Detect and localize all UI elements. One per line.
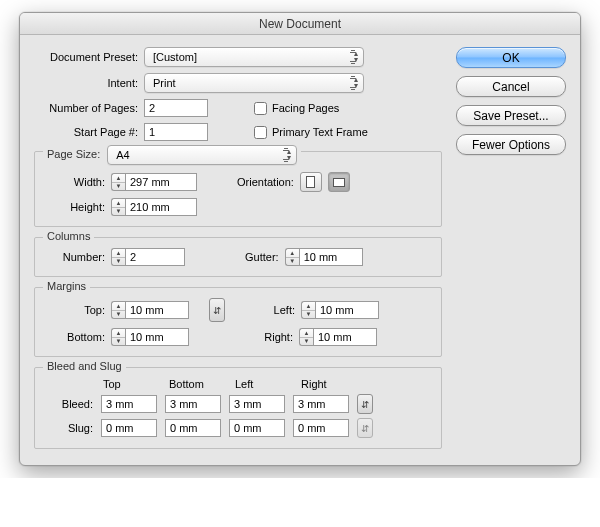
columns-group: Columns Number: ▲▼ Gutter: ▲▼ [34, 237, 442, 277]
col-left: Left [233, 378, 291, 390]
orientation-portrait-button[interactable] [300, 172, 322, 192]
chevron-down-icon[interactable]: ▼ [302, 311, 315, 319]
column-number-stepper[interactable]: ▲▼ [111, 248, 185, 266]
height-stepper[interactable]: ▲▼ [111, 198, 197, 216]
chevron-down-icon[interactable]: ▼ [112, 183, 125, 191]
label-height: Height: [45, 201, 105, 213]
group-title-margins: Margins [43, 280, 90, 292]
margin-top-stepper[interactable]: ▲▼ [111, 301, 189, 319]
chevron-up-icon[interactable]: ▲ [302, 302, 315, 311]
chevron-down-icon[interactable]: ▼ [112, 338, 125, 346]
facing-pages-checkbox[interactable]: Facing Pages [254, 102, 339, 115]
bleed-right-input[interactable] [293, 395, 349, 413]
label-bleed: Bleed: [45, 398, 93, 410]
chevron-down-icon[interactable]: ▼ [112, 208, 125, 216]
margin-bottom-stepper[interactable]: ▲▼ [111, 328, 189, 346]
orientation-landscape-button[interactable] [328, 172, 350, 192]
margin-left-input[interactable] [315, 301, 379, 319]
label-primary-text-frame: Primary Text Frame [272, 126, 368, 138]
start-page-input[interactable] [144, 123, 208, 141]
new-document-dialog: New Document Document Preset: [Custom] ▴… [19, 12, 581, 466]
portrait-icon [306, 176, 315, 188]
intent-select[interactable]: Print [144, 73, 364, 93]
margin-right-input[interactable] [313, 328, 377, 346]
chevron-up-icon[interactable]: ▲ [300, 329, 313, 338]
link-bleed-button[interactable]: ⇵ [357, 394, 373, 414]
label-width: Width: [45, 176, 105, 188]
slug-top-input[interactable] [101, 419, 157, 437]
chevron-down-icon[interactable]: ▼ [112, 311, 125, 319]
bleed-bottom-input[interactable] [165, 395, 221, 413]
label-intent: Intent: [34, 77, 138, 89]
margins-group: Margins Top: ▲▼ ⇵ Left: ▲▼ [34, 287, 442, 357]
label-orientation: Orientation: [237, 176, 294, 188]
col-right: Right [299, 378, 357, 390]
width-stepper[interactable]: ▲▼ [111, 173, 197, 191]
label-column-number: Number: [45, 251, 105, 263]
chevron-up-icon[interactable]: ▲ [112, 329, 125, 338]
primary-text-frame-checkbox[interactable]: Primary Text Frame [254, 126, 368, 139]
group-title-columns: Columns [43, 230, 94, 242]
group-title-page-size: Page Size: A4 ▴▾ [43, 144, 301, 164]
landscape-icon [333, 178, 345, 187]
chevron-down-icon[interactable]: ▼ [112, 258, 125, 266]
label-margin-left: Left: [257, 304, 295, 316]
gutter-input[interactable] [299, 248, 363, 266]
bleed-top-input[interactable] [101, 395, 157, 413]
label-slug: Slug: [45, 422, 93, 434]
chevron-down-icon[interactable]: ▼ [300, 338, 313, 346]
col-bottom: Bottom [167, 378, 225, 390]
chevron-down-icon[interactable]: ▼ [286, 258, 299, 266]
width-input[interactable] [125, 173, 197, 191]
ok-button[interactable]: OK [456, 47, 566, 68]
label-number-of-pages: Number of Pages: [34, 102, 138, 114]
slug-right-input[interactable] [293, 419, 349, 437]
label-facing-pages: Facing Pages [272, 102, 339, 114]
chevron-up-icon[interactable]: ▲ [112, 174, 125, 183]
chevron-up-icon[interactable]: ▲ [112, 249, 125, 258]
gutter-stepper[interactable]: ▲▼ [285, 248, 363, 266]
margin-left-stepper[interactable]: ▲▼ [301, 301, 379, 319]
margin-top-input[interactable] [125, 301, 189, 319]
chevron-up-icon[interactable]: ▲ [112, 199, 125, 208]
link-margins-button[interactable]: ⇵ [209, 298, 225, 322]
number-of-pages-input[interactable] [144, 99, 208, 117]
page-size-select[interactable]: A4 [107, 145, 297, 165]
document-preset-select[interactable]: [Custom] [144, 47, 364, 67]
label-margin-top: Top: [45, 304, 105, 316]
column-number-input[interactable] [125, 248, 185, 266]
page-size-group: Page Size: A4 ▴▾ Width: ▲▼ [34, 151, 442, 227]
margin-bottom-input[interactable] [125, 328, 189, 346]
height-input[interactable] [125, 198, 197, 216]
bleed-left-input[interactable] [229, 395, 285, 413]
fewer-options-button[interactable]: Fewer Options [456, 134, 566, 155]
slug-bottom-input[interactable] [165, 419, 221, 437]
group-title-bleed-slug: Bleed and Slug [43, 360, 126, 372]
link-slug-button[interactable]: ⇵ [357, 418, 373, 438]
bleed-slug-group: Bleed and Slug Top Bottom Left Right Ble… [34, 367, 442, 449]
label-gutter: Gutter: [245, 251, 279, 263]
slug-left-input[interactable] [229, 419, 285, 437]
margin-right-stepper[interactable]: ▲▼ [299, 328, 377, 346]
chevron-up-icon[interactable]: ▲ [286, 249, 299, 258]
label-document-preset: Document Preset: [34, 51, 138, 63]
label-start-page: Start Page #: [34, 126, 138, 138]
col-top: Top [101, 378, 159, 390]
label-margin-bottom: Bottom: [45, 331, 105, 343]
save-preset-button[interactable]: Save Preset... [456, 105, 566, 126]
dialog-title: New Document [20, 13, 580, 35]
cancel-button[interactable]: Cancel [456, 76, 566, 97]
label-margin-right: Right: [255, 331, 293, 343]
chevron-up-icon[interactable]: ▲ [112, 302, 125, 311]
